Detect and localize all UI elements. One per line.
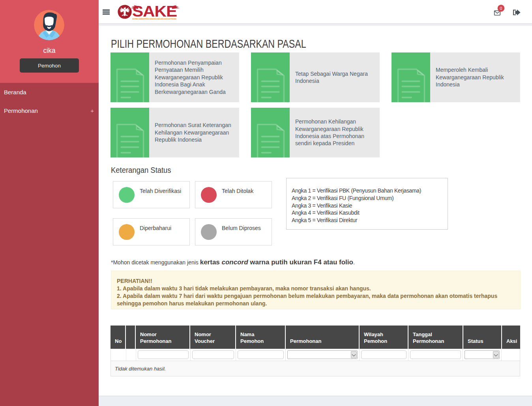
svg-text:0: 0 bbox=[500, 6, 502, 11]
svg-text:SISTEM ADMINISTRASI KEWARGANEG: SISTEM ADMINISTRASI KEWARGANEGARAAN ELEK… bbox=[132, 18, 176, 20]
